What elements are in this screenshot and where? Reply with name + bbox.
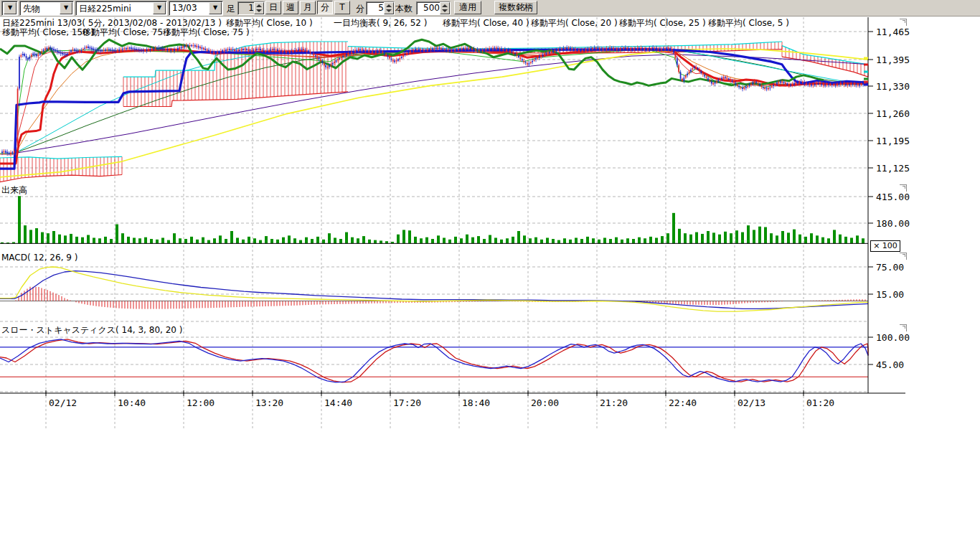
time-axis-label: 14:40 (324, 397, 352, 408)
volume-bars (0, 196, 868, 243)
panel-resize-handle[interactable] (900, 19, 907, 26)
panel-resize-handle[interactable] (900, 253, 907, 260)
axis-label: 75.00 (876, 262, 904, 273)
period-button-分[interactable]: 分 (317, 1, 333, 14)
legend-item: 移動平均( Close, 75 ) (83, 27, 169, 39)
axis-label: 11,260 (876, 108, 910, 119)
chart-canvas[interactable]: 11,46511,39511,33011,26011,19511,125415.… (0, 0, 980, 430)
instrument-select[interactable]: 日経225mini ▼ (75, 1, 167, 16)
bar-multiplier-spinner[interactable]: 1 (237, 1, 265, 15)
minute-value: 5 (378, 3, 384, 13)
minute-spinner[interactable]: 5 (366, 1, 395, 15)
stoch-panel-label: スロー・ストキャスティクス( 14, 3, 80, 20 ) (1, 324, 182, 336)
multi-symbol-button[interactable]: 複数銘柄 (494, 1, 537, 14)
axis-label: 11,330 (876, 81, 910, 92)
bar-multiplier-value: 1 (248, 3, 254, 13)
period-button-月[interactable]: 月 (300, 1, 316, 14)
contract-month-value: 13/03 (172, 3, 197, 13)
time-axis-label: 12:00 (187, 397, 215, 408)
instrument-type-select[interactable]: 先物 ▼ (19, 1, 74, 16)
axis-label: 180.00 (876, 218, 910, 229)
axis-price-marker (864, 57, 868, 60)
chevron-down-icon[interactable]: ▼ (209, 2, 222, 14)
time-axis-label: 01:20 (806, 397, 834, 408)
minute-label: 分 (356, 3, 364, 15)
axis-label: 11,125 (876, 163, 910, 174)
panel-resize-handle[interactable] (900, 324, 907, 331)
legend-row-1: 日経225mini 13/03( 5分, 2013/02/08 - 2013/0… (0, 17, 868, 27)
bars-spinner[interactable]: 500 (416, 1, 451, 15)
axis-label: 45.00 (876, 359, 904, 370)
axis-label: 415.00 (876, 192, 910, 202)
chevron-down-icon[interactable]: ▼ (60, 2, 72, 14)
time-axis-label: 20:00 (531, 397, 559, 408)
gridlines (0, 17, 868, 430)
instrument-type-value: 先物 (23, 3, 40, 15)
time-axis-label: 17:20 (393, 397, 421, 408)
axis-price-marker (864, 78, 868, 80)
period-button-日[interactable]: 日 (265, 1, 281, 14)
bars-value: 500 (423, 3, 440, 13)
axis-price-marker (864, 64, 868, 66)
toolbar: ▼ 先物 ▼ 日経225mini ▼ 13/03 ▼ 足 1 日週月分T 分 5… (0, 0, 980, 17)
time-axis-label: 02/12 (49, 397, 77, 408)
period-button-週[interactable]: 週 (283, 1, 298, 14)
chevron-down-icon[interactable]: ▼ (153, 2, 166, 14)
stochastics-panel (0, 339, 868, 382)
macd-panel-label: MACD( 12, 26, 9 ) (1, 253, 77, 263)
instrument-value: 日経225mini (79, 3, 131, 15)
bar-label: 足 (227, 3, 235, 15)
axis-label: 11,465 (876, 27, 910, 37)
time-axis-label: 13:20 (255, 397, 283, 408)
time-axis-label: 10:40 (118, 397, 146, 408)
spinner-icon[interactable] (254, 2, 264, 14)
volume-multiplier-badge: × 100 (870, 240, 900, 252)
axis-label: 100.00 (876, 332, 910, 343)
axis-price-marker (864, 84, 868, 86)
chart-area: 11,46511,39511,33011,26011,19511,125415.… (0, 0, 980, 551)
time-axis-label: 21:20 (600, 397, 628, 408)
spinner-icon[interactable] (384, 2, 394, 14)
contract-month-select[interactable]: 13/03 ▼ (169, 1, 223, 16)
moving-averages (0, 39, 868, 177)
spinner-icon[interactable] (440, 2, 450, 14)
bars-label: 本数 (395, 3, 413, 15)
time-axis-label: 02/13 (738, 397, 765, 408)
legend-item: 移動平均( Close, 75 ) (163, 27, 250, 39)
legend-item: 移動平均( Close, 150 ) (2, 27, 94, 39)
axis-price-marker (864, 81, 868, 83)
time-axis-label: 22:40 (669, 397, 697, 408)
period-button-T[interactable]: T (334, 1, 350, 14)
time-axis-label: 18:40 (462, 397, 490, 408)
axis-label: 11,195 (876, 136, 910, 146)
apply-button[interactable]: 適用 (454, 1, 481, 14)
chevron-down-icon[interactable]: ▼ (4, 2, 17, 14)
macd-panel (0, 267, 868, 311)
volume-panel-label: 出来高 (1, 184, 27, 197)
panel-resize-handle[interactable] (900, 184, 907, 192)
mini-combo[interactable]: ▼ (1, 1, 18, 16)
ichimoku-cloud (0, 42, 868, 182)
legend-row-2: 移動平均( Close, 150 )移動平均( Close, 75 )移動平均(… (0, 27, 868, 36)
trading-chart-app: ▼ 先物 ▼ 日経225mini ▼ 13/03 ▼ 足 1 日週月分T 分 5… (0, 0, 980, 551)
axis-price-marker (864, 71, 868, 73)
axis-label: 15.00 (876, 289, 904, 300)
axis-label: 11,395 (876, 55, 910, 65)
